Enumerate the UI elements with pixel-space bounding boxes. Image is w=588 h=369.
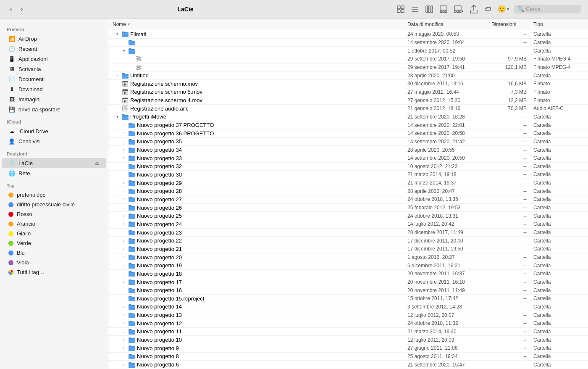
expand-arrow[interactable]: › bbox=[121, 329, 127, 335]
expand-arrow[interactable]: ▾ bbox=[114, 31, 120, 37]
table-row[interactable]: ›Nuovo progetto 621 settembre 2020, 15:4… bbox=[108, 361, 588, 369]
table-row[interactable]: ›Nuovo progetto 2524 ottobre 2018, 13:31… bbox=[108, 212, 588, 220]
table-row[interactable]: ›Untitled28 aprile 2020, 21:00--Cartella bbox=[108, 71, 588, 80]
table-row[interactable]: ▾Filmati24 maggio 2020, 00:53--Cartella bbox=[108, 30, 588, 39]
icon-view-button[interactable] bbox=[395, 5, 406, 14]
expand-arrow[interactable]: › bbox=[121, 221, 127, 227]
sidebar-item-recenti[interactable]: 🕐Recenti bbox=[2, 44, 106, 54]
sidebar-item-tag-preferiti-dpc[interactable]: preferiti dpc bbox=[2, 190, 106, 200]
sidebar-item-immagini[interactable]: 🖼Immagini bbox=[2, 94, 106, 104]
expand-arrow[interactable]: › bbox=[121, 196, 127, 202]
col-name-header[interactable]: Nome ▾ bbox=[113, 21, 407, 27]
search-box[interactable]: 🔍 bbox=[514, 5, 581, 13]
table-row[interactable]: ›Nuovo progetto 2921 marzo 2014, 19:37--… bbox=[108, 179, 588, 187]
sidebar-item-drive-da-spostare[interactable]: 💾drive da spostare bbox=[2, 104, 106, 114]
tag-button[interactable]: 🏷 bbox=[483, 5, 493, 14]
table-row[interactable]: ›Nuovo progetto 2217 dicembre 2011, 20:0… bbox=[108, 237, 588, 245]
sidebar-item-airdrop[interactable]: 📶AirDrop bbox=[2, 34, 106, 44]
expand-arrow[interactable]: › bbox=[121, 337, 127, 343]
expand-arrow[interactable]: › bbox=[121, 40, 127, 45]
table-row[interactable]: ›Nuovo progetto 3428 aprile 2020, 20:55-… bbox=[108, 146, 588, 154]
sidebar-item-condivisi[interactable]: 👤Condivisi bbox=[2, 136, 106, 146]
sidebar-item-tag-diritto[interactable]: diritto processuale civile bbox=[2, 200, 106, 209]
sidebar-item-tag-giallo[interactable]: Giallo bbox=[2, 229, 106, 238]
col-size-header[interactable]: Dimensioni bbox=[491, 21, 533, 27]
expand-arrow[interactable]: › bbox=[121, 155, 127, 161]
share-button[interactable] bbox=[468, 4, 479, 14]
table-row[interactable]: ›Nuovo progetto 36 PROGETTO14 settembre … bbox=[108, 129, 588, 138]
expand-arrow[interactable]: › bbox=[121, 320, 127, 326]
table-row[interactable]: ›Nuovo progetto 1820 novembre 2011, 16:3… bbox=[108, 270, 588, 278]
table-row[interactable]: Registrazione schermo 4.mov27 gennaio 20… bbox=[108, 96, 588, 105]
table-row[interactable]: Registrazione schermo 5.mov27 maggio 201… bbox=[108, 88, 588, 97]
table-row[interactable]: › 14 settembre 2020, 19:04--Cartella bbox=[108, 39, 588, 47]
col-date-header[interactable]: Data di modifica bbox=[407, 21, 491, 27]
sidebar-item-icloud-drive[interactable]: ☁iCloud Drive bbox=[2, 126, 106, 136]
expand-arrow[interactable]: › bbox=[121, 279, 127, 285]
expand-arrow[interactable]: › bbox=[121, 295, 127, 301]
expand-arrow[interactable]: › bbox=[121, 254, 127, 260]
expand-arrow[interactable]: › bbox=[121, 271, 127, 277]
table-row[interactable]: ›Nuovo progetto 196 dicembre 2011, 16:21… bbox=[108, 261, 588, 270]
sidebar-item-tag-rosso[interactable]: Rosso bbox=[2, 209, 106, 219]
expand-arrow[interactable]: › bbox=[121, 287, 127, 293]
expand-arrow[interactable]: › bbox=[121, 263, 127, 269]
expand-arrow[interactable]: › bbox=[121, 147, 127, 153]
expand-arrow[interactable]: ▾ bbox=[121, 48, 127, 54]
expand-arrow[interactable]: › bbox=[114, 73, 120, 79]
table-row[interactable]: ›Nuovo progetto 1012 luglio 2012, 20:09-… bbox=[108, 336, 588, 344]
sidebar-item-rete[interactable]: 🌐Rete bbox=[2, 168, 106, 178]
sidebar-item-tag-verde[interactable]: Verde bbox=[2, 238, 106, 248]
expand-arrow[interactable]: › bbox=[121, 130, 127, 136]
table-row[interactable]: ›Nuovo progetto 3021 marzo 2014, 19:18--… bbox=[108, 171, 588, 179]
sidebar-item-tag-arancio[interactable]: Arancio bbox=[2, 219, 106, 229]
expand-arrow[interactable]: › bbox=[121, 139, 127, 145]
table-row[interactable]: ›Nuovo progetto 2414 luglio 2012, 20:42-… bbox=[108, 220, 588, 229]
table-row[interactable]: ›Nuovo progetto 927 giugno 2011, 21:08--… bbox=[108, 344, 588, 353]
more-options-button[interactable]: ▾ bbox=[452, 5, 465, 14]
expand-arrow[interactable]: › bbox=[121, 238, 127, 244]
column-view-button[interactable] bbox=[424, 5, 435, 14]
list-view-button[interactable] bbox=[410, 5, 420, 14]
table-row[interactable]: Registrazione schermo.mov30 dicembre 201… bbox=[108, 80, 588, 88]
expand-arrow[interactable]: ▾ bbox=[114, 114, 120, 120]
table-row[interactable]: 29 settembre 2017, 19:41120,1 MBFilmato … bbox=[108, 63, 588, 72]
expand-arrow[interactable]: › bbox=[121, 353, 127, 359]
table-row[interactable]: ›Nuovo progetto 3314 settembre 2020, 20:… bbox=[108, 154, 588, 163]
table-row[interactable]: ›Nuovo progetto 1720 novembre 2011, 16:1… bbox=[108, 278, 588, 287]
sidebar-item-tag-blu[interactable]: Blu bbox=[2, 248, 106, 258]
expand-arrow[interactable]: › bbox=[121, 188, 127, 194]
expand-arrow[interactable]: › bbox=[121, 246, 127, 252]
sidebar-item-tag-viola[interactable]: Viola bbox=[2, 258, 106, 267]
sidebar-item-download[interactable]: ⬇Download bbox=[2, 84, 106, 94]
expand-arrow[interactable]: › bbox=[121, 312, 127, 318]
table-row[interactable]: Registrazione audio.aifc21 gennaio 2012,… bbox=[108, 105, 588, 113]
table-row[interactable]: ›Nuovo progetto 1312 luglio 2012, 20:07-… bbox=[108, 311, 588, 319]
expand-arrow[interactable]: › bbox=[121, 304, 127, 310]
expand-arrow[interactable]: › bbox=[121, 229, 127, 235]
table-row[interactable]: ›Nuovo progetto 3514 settembre 2020, 21:… bbox=[108, 138, 588, 146]
sidebar-item-tag-tutti[interactable]: Tutti i tag… bbox=[2, 267, 106, 277]
expand-arrow[interactable]: › bbox=[121, 163, 127, 169]
table-row[interactable]: ›Nuovo progetto 1620 novembre 2011, 11:4… bbox=[108, 286, 588, 295]
eject-button[interactable]: ⏏ bbox=[94, 160, 100, 166]
table-row[interactable]: ›Nuovo progetto 2625 febbraio 2012, 19:5… bbox=[108, 204, 588, 212]
search-input[interactable] bbox=[526, 6, 576, 12]
sidebar-item-lacie[interactable]: 💿LaCie⏏ bbox=[2, 158, 106, 168]
expand-arrow[interactable]: › bbox=[121, 205, 127, 211]
table-row[interactable]: ›Nuovo progetto 2328 dicembre 2017, 11:4… bbox=[108, 229, 588, 237]
sidebar-item-applicazioni[interactable]: 📱Applicazioni bbox=[2, 54, 106, 64]
table-row[interactable]: ›Nuovo progetto 15.rcproject15 ottobre 2… bbox=[108, 295, 588, 303]
table-row[interactable]: ›Nuovo progetto 37 PROGETTO14 settembre … bbox=[108, 121, 588, 129]
table-row[interactable]: ›Nuovo progetto 1121 marzo 2014, 19:40--… bbox=[108, 328, 588, 336]
col-type-header[interactable]: Tipo bbox=[533, 21, 584, 27]
table-row[interactable]: ›Nuovo progetto 825 agosto 2011, 19:34--… bbox=[108, 353, 588, 361]
table-row[interactable]: ›Nuovo progetto 1224 ottobre 2018, 11:32… bbox=[108, 319, 588, 328]
expand-arrow[interactable]: › bbox=[121, 122, 127, 128]
table-row[interactable]: ›Nuovo progetto 2828 aprile 2020, 20:47-… bbox=[108, 187, 588, 195]
expand-arrow[interactable]: › bbox=[121, 180, 127, 186]
table-row[interactable]: ›Nuovo progetto 3210 agosto 2012, 21:23-… bbox=[108, 163, 588, 171]
table-row[interactable]: ›Nuovo progetto 2117 dicembre 2011, 19:5… bbox=[108, 245, 588, 253]
gallery-view-button[interactable] bbox=[438, 5, 449, 14]
table-row[interactable]: ›Nuovo progetto 2724 ottobre 2018, 13:35… bbox=[108, 195, 588, 204]
